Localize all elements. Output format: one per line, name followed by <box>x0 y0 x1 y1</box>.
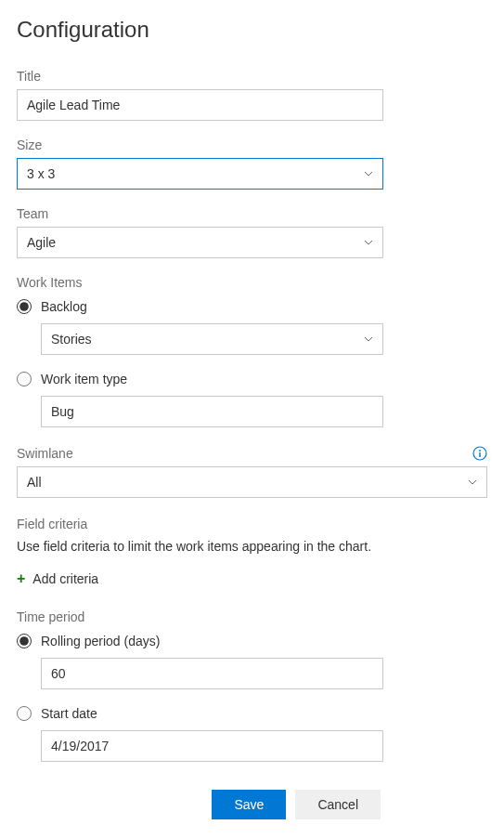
title-label: Title <box>17 69 383 84</box>
swimlane-label: Swimlane <box>17 446 73 461</box>
title-input[interactable] <box>17 89 383 121</box>
backlog-select-value: Stories <box>51 332 92 347</box>
team-label: Team <box>17 206 383 221</box>
page-title: Configuration <box>17 17 487 43</box>
field-criteria-description: Use field criteria to limit the work ite… <box>17 539 487 554</box>
swimlane-select-value: All <box>27 475 42 490</box>
add-criteria-label: Add criteria <box>32 571 98 586</box>
backlog-radio[interactable] <box>17 299 32 314</box>
info-icon[interactable] <box>472 446 487 461</box>
work-item-type-radio[interactable] <box>17 372 32 386</box>
svg-rect-2 <box>479 452 480 457</box>
start-date-radio[interactable] <box>17 706 32 721</box>
rolling-period-input[interactable] <box>41 658 383 689</box>
plus-icon: + <box>17 570 25 587</box>
start-date-radio-label[interactable]: Start date <box>41 706 97 721</box>
save-button[interactable]: Save <box>212 790 286 819</box>
size-label: Size <box>17 137 383 152</box>
rolling-period-radio-label[interactable]: Rolling period (days) <box>41 634 160 648</box>
work-item-type-radio-label[interactable]: Work item type <box>41 372 127 386</box>
work-items-label: Work Items <box>17 275 487 290</box>
size-select-value: 3 x 3 <box>27 166 55 181</box>
team-select[interactable]: Agile <box>17 227 383 258</box>
work-item-type-input[interactable] <box>41 396 383 427</box>
cancel-button[interactable]: Cancel <box>295 790 381 819</box>
field-criteria-label: Field criteria <box>17 517 487 531</box>
time-period-label: Time period <box>17 609 487 624</box>
backlog-select[interactable]: Stories <box>41 323 383 355</box>
team-select-value: Agile <box>27 235 56 250</box>
add-criteria-button[interactable]: + Add criteria <box>17 570 98 587</box>
rolling-period-radio[interactable] <box>17 634 32 648</box>
size-select[interactable]: 3 x 3 <box>17 158 383 190</box>
swimlane-select[interactable]: All <box>17 466 487 498</box>
backlog-radio-label[interactable]: Backlog <box>41 299 87 314</box>
svg-point-1 <box>479 450 481 452</box>
start-date-input[interactable] <box>41 730 383 762</box>
